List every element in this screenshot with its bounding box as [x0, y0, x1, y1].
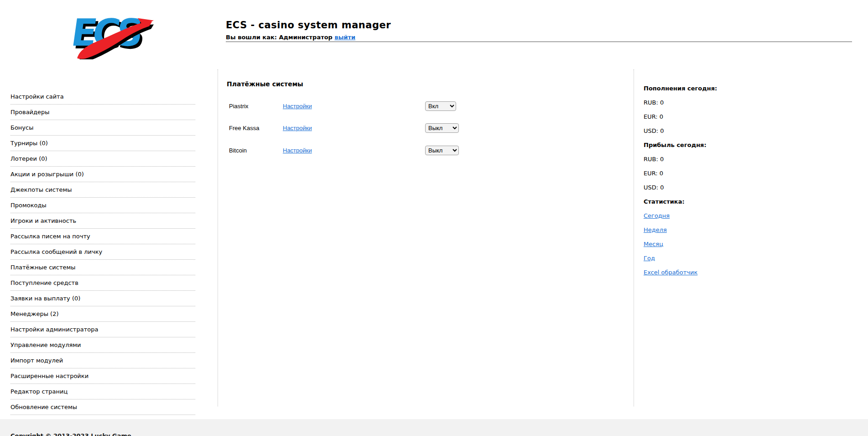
- sidebar-item[interactable]: Платёжные системы: [10, 260, 195, 275]
- sidebar-item[interactable]: Настройки администратора: [10, 322, 195, 337]
- stats-link[interactable]: Сегодня: [644, 212, 670, 219]
- payment-rows: PiastrixНастройкиВклВыклFree KassaНастро…: [227, 95, 619, 162]
- sidebar-item[interactable]: Поступление средств: [10, 275, 195, 291]
- payment-status-select[interactable]: ВклВыкл: [425, 146, 459, 155]
- payment-systems-panel: Платёжные системы PiastrixНастройкиВклВы…: [227, 68, 619, 162]
- panel-heading: Платёжные системы: [227, 80, 619, 88]
- payment-row: Free KassaНастройкиВклВыкл: [227, 117, 619, 140]
- sidebar-item[interactable]: Обновление системы: [10, 399, 195, 415]
- logged-in-as-label: Вы вошли как: Администратор: [226, 34, 333, 41]
- stats-value: RUB: 0: [644, 99, 664, 106]
- stats-heading: Прибыль сегодня:: [644, 142, 707, 148]
- payment-settings-link[interactable]: Настройки: [283, 103, 312, 110]
- payment-row: PiastrixНастройкиВклВыкл: [227, 95, 619, 117]
- main-stats-divider: [634, 69, 634, 406]
- sidebar-item[interactable]: Импорт модулей: [10, 353, 195, 368]
- stats-link[interactable]: Excel обработчик: [644, 269, 697, 276]
- sidebar-menu: Настройки сайтаПровайдерыБонусыТурниры (…: [10, 89, 195, 415]
- ecs-logo: ECS ECS: [62, 5, 156, 59]
- sidebar-item[interactable]: Менеджеры (2): [10, 306, 195, 322]
- payment-status-select[interactable]: ВклВыкл: [425, 101, 456, 111]
- header: ECS - casino system manager Вы вошли как…: [226, 20, 391, 40]
- sidebar-item[interactable]: Редактор страниц: [10, 384, 195, 399]
- sidebar-item[interactable]: Лотереи (0): [10, 151, 195, 167]
- stats-link[interactable]: Неделя: [644, 226, 667, 233]
- stats-panel: Пополнения сегодня:RUB: 0EUR: 0USD: 0При…: [644, 81, 780, 279]
- payment-settings-link[interactable]: Настройки: [283, 147, 312, 154]
- sidebar-item[interactable]: Рассылка сообщений в личку: [10, 244, 195, 260]
- payment-name: Free Kassa: [227, 125, 283, 131]
- stats-link[interactable]: Год: [644, 255, 655, 262]
- stats-value: USD: 0: [644, 184, 664, 191]
- header-divider: [226, 42, 852, 42]
- payment-name: Bitcoin: [227, 147, 283, 154]
- sidebar-item[interactable]: Управление модулями: [10, 337, 195, 353]
- stats-value: EUR: 0: [644, 113, 663, 120]
- copyright-text: Copyright © 2013-2023 Lucky Game: [10, 432, 131, 436]
- logout-link[interactable]: выйти: [334, 34, 355, 41]
- sidebar-item[interactable]: Провайдеры: [10, 105, 195, 120]
- sidebar-item[interactable]: Заявки на выплату (0): [10, 291, 195, 306]
- sidebar-item[interactable]: Джекпоты системы: [10, 182, 195, 198]
- payment-row: BitcoinНастройкиВклВыкл: [227, 139, 619, 162]
- sidebar-item[interactable]: Турниры (0): [10, 136, 195, 151]
- page-title: ECS - casino system manager: [226, 20, 391, 30]
- sidebar-item[interactable]: Промокоды: [10, 198, 195, 213]
- sidebar-item[interactable]: Рассылка писем на почту: [10, 229, 195, 244]
- sidebar-item[interactable]: Бонусы: [10, 120, 195, 136]
- sidebar-item[interactable]: Настройки сайта: [10, 89, 195, 105]
- stats-link[interactable]: Месяц: [644, 241, 663, 247]
- sidebar-item[interactable]: Игроки и активность: [10, 213, 195, 229]
- stats-heading: Пополнения сегодня:: [644, 85, 717, 92]
- stats-heading: Статистика:: [644, 198, 685, 205]
- stats-value: EUR: 0: [644, 170, 663, 177]
- payment-settings-link[interactable]: Настройки: [283, 125, 312, 131]
- payment-status-select[interactable]: ВклВыкл: [425, 123, 459, 133]
- sidebar-item[interactable]: Расширенные настройки: [10, 368, 195, 384]
- stats-value: USD: 0: [644, 127, 664, 134]
- footer: Copyright © 2013-2023 Lucky Game: [0, 419, 868, 436]
- sidebar-main-divider: [218, 69, 218, 406]
- stats-value: RUB: 0: [644, 156, 664, 163]
- payment-name: Piastrix: [227, 103, 283, 110]
- sidebar-item[interactable]: Акции и розыгрыши (0): [10, 167, 195, 182]
